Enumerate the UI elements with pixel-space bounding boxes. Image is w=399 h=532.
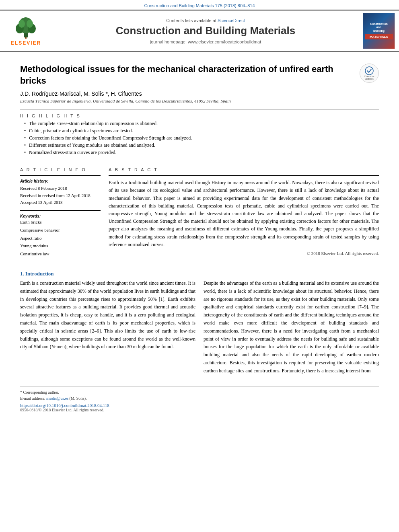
doi-line: https://doi.org/10.1016/j.conbuildmat.20…: [20, 403, 379, 408]
abstract-text: Earth is a traditional building material…: [109, 179, 379, 249]
keyword-item: Aspect ratio: [20, 234, 101, 242]
section1-col2-para: Despite the advantages of the earth as a…: [204, 279, 379, 375]
keyword-item: Constitutive law: [20, 250, 101, 258]
authors: J.D. Rodríguez-Mariscal, M. Solís *, H. …: [20, 90, 379, 97]
accepted-date: Accepted 13 April 2018: [20, 199, 101, 206]
email-name: (M. Solís).: [70, 396, 87, 401]
divider-1: [20, 109, 379, 109]
section1-col1-para: Earth is a construction material widely …: [20, 279, 195, 351]
highlights-list: The complete stress-strain relationship …: [24, 121, 379, 156]
body-section: 1. Introduction Earth is a construction …: [20, 271, 379, 378]
email-note: E-mail address: msolis@us.es (M. Solís).: [20, 395, 379, 401]
keyword-item: Compressive behavior: [20, 226, 101, 234]
received-date: Received 8 February 2018: [20, 185, 101, 192]
header-center: Contents lists available at ScienceDirec…: [52, 10, 359, 51]
journal-ref-text: Construction and Building Materials 175 …: [144, 3, 255, 8]
science-direct-prefix: Contents lists available at: [166, 18, 216, 23]
email-label: E-mail address:: [20, 396, 45, 401]
cover-materials-text: MATERIALS: [366, 35, 392, 39]
article-title-section: Methodological issues for the mechanical…: [20, 64, 379, 86]
article-history-label: Article history:: [20, 179, 101, 183]
cover-line3: Building: [373, 29, 385, 32]
authors-text: J.D. Rodríguez-Mariscal, M. Solís *, H. …: [20, 90, 142, 97]
list-item: Different estimates of Young modulus are…: [24, 142, 379, 148]
section1-heading: 1. Introduction: [20, 271, 195, 277]
keyword-item: Earth bricks: [20, 218, 101, 226]
body-col-right: Despite the advantages of the earth as a…: [204, 271, 379, 378]
article-history: Received 8 February 2018 Received in rev…: [20, 185, 101, 206]
footer: * Corresponding author. E-mail address: …: [20, 386, 379, 412]
section1-col1-text: Earth is a construction material widely …: [20, 280, 195, 349]
cover-line1: Construction: [370, 23, 388, 25]
journal-cover: Construction and Building MATERIALS: [363, 13, 395, 49]
check-updates-label: Check for updates: [360, 75, 378, 80]
cover-red-strip: MATERIALS: [365, 34, 393, 39]
corresponding-author-text: * Corresponding author.: [20, 390, 59, 394]
keywords-list: Earth bricks Compressive behavior Aspect…: [20, 218, 101, 258]
svg-point-4: [19, 20, 25, 28]
divider-6: [20, 264, 379, 264]
journal-homepage: journal homepage: www.elsevier.com/locat…: [150, 39, 261, 44]
keyword-item: Young modulus: [20, 242, 101, 250]
email-link[interactable]: msolis@us.es: [46, 396, 68, 401]
divider-2: [20, 159, 379, 159]
corresponding-author-note: * Corresponding author.: [20, 389, 379, 395]
abstract-col: A B S T R A C T Earth is a traditional b…: [109, 163, 379, 258]
article-info-abstract: A R T I C L E I N F O Article history: R…: [20, 163, 379, 258]
divider-4: [20, 210, 101, 211]
section1-number: 1.: [20, 271, 24, 277]
section1-title[interactable]: Introduction: [25, 271, 54, 277]
list-item: Cubic, prismatic and cylindrical specime…: [24, 128, 379, 134]
keywords-label: Keywords:: [20, 214, 101, 218]
elsevier-wordmark: ELSEVIER: [11, 40, 41, 46]
science-direct-line: Contents lists available at ScienceDirec…: [166, 18, 245, 23]
affiliation: Escuela Técnica Superior de Ingeniería, …: [20, 99, 379, 103]
journal-title: Construction and Building Materials: [116, 25, 295, 37]
check-updates-icon: [365, 66, 374, 75]
list-item: The complete stress-strain relationship …: [24, 121, 379, 127]
keywords-section: Keywords: Earth bricks Compressive behav…: [20, 214, 101, 258]
page: Construction and Building Materials 175 …: [0, 0, 399, 532]
check-updates-badge[interactable]: Check for updates: [360, 64, 379, 83]
section1-col2-text: Despite the advantages of the earth as a…: [204, 280, 379, 374]
svg-point-5: [27, 20, 33, 28]
article-title: Methodological issues for the mechanical…: [20, 64, 353, 86]
svg-rect-6: [25, 37, 27, 39]
journal-ref: Construction and Building Materials 175 …: [0, 0, 399, 10]
issn-line: 0950-0618/© 2018 Elsevier Ltd. All right…: [20, 408, 379, 412]
elsevier-tree-icon: [12, 16, 40, 39]
divider-3: [20, 175, 101, 176]
elsevier-logo-section: ELSEVIER: [0, 10, 52, 51]
article-info-label: A R T I C L E I N F O: [20, 167, 101, 172]
article-info-col: A R T I C L E I N F O Article history: R…: [20, 163, 101, 258]
abstract-label: A B S T R A C T: [109, 167, 379, 172]
list-item: Normalized stress-strain curves are prov…: [24, 150, 379, 156]
main-content: Methodological issues for the mechanical…: [0, 52, 399, 420]
science-direct-link[interactable]: ScienceDirect: [218, 18, 245, 23]
homepage-text: journal homepage: www.elsevier.com/locat…: [150, 39, 261, 44]
list-item: Correction factors for obtaining the Unc…: [24, 135, 379, 141]
journal-cover-section: Construction and Building MATERIALS: [359, 10, 399, 51]
cover-line2: and: [376, 26, 381, 29]
elsevier-logo: ELSEVIER: [11, 16, 41, 46]
highlights-label: H I G H L I G H T S: [20, 113, 379, 118]
header-banner: ELSEVIER Contents lists available at Sci…: [0, 10, 399, 52]
copyright: © 2018 Elsevier Ltd. All rights reserved…: [109, 251, 379, 256]
cover-text-top: Construction and Building: [370, 23, 388, 33]
divider-5: [109, 175, 379, 176]
body-col-left: 1. Introduction Earth is a construction …: [20, 271, 195, 378]
svg-point-7: [365, 67, 373, 75]
revised-date: Received in revised form 12 April 2018: [20, 192, 101, 199]
doi-link[interactable]: https://doi.org/10.1016/j.conbuildmat.20…: [20, 403, 109, 408]
